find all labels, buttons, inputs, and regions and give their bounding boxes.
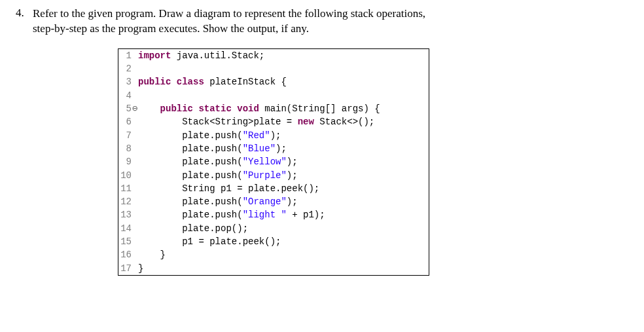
code-content: import java.util.Stack; [138, 49, 429, 62]
code-line: 6 Stack<String>plate = new Stack<>(); [118, 115, 429, 128]
code-line: 4 [118, 89, 429, 102]
code-line: 3public class plateInStack { [118, 75, 429, 88]
code-content: plate.push("light " + p1); [138, 208, 429, 221]
line-number: 9 [118, 155, 138, 168]
code-line: 12 plate.push("Orange"); [118, 195, 429, 208]
code-content: } [138, 248, 429, 261]
code-content: p1 = plate.peek(); [138, 235, 429, 248]
code-content: plate.push("Purple"); [138, 169, 429, 182]
code-line: 5⊖ public static void main(String[] args… [118, 102, 429, 115]
code-line: 9 plate.push("Yellow"); [118, 155, 429, 168]
code-line: 17} [118, 262, 429, 275]
code-listing: 1import java.util.Stack;2 3public class … [118, 48, 429, 276]
line-number: 1 [118, 49, 138, 62]
question-line1: Refer to the given program. Draw a diagr… [33, 7, 425, 20]
code-content: plate.pop(); [138, 222, 429, 235]
line-number: 10 [118, 169, 138, 182]
line-number: 5⊖ [118, 102, 138, 115]
line-number: 11 [118, 182, 138, 195]
code-line: 10 plate.push("Purple"); [118, 169, 429, 182]
line-number: 15 [118, 235, 138, 248]
code-content: Stack<String>plate = new Stack<>(); [138, 115, 429, 128]
code-line: 14 plate.pop(); [118, 222, 429, 235]
line-number: 8 [118, 142, 138, 155]
line-number: 4 [118, 89, 138, 102]
line-number: 3 [118, 75, 138, 88]
code-line: 16 } [118, 248, 429, 261]
line-number: 17 [118, 262, 138, 275]
code-line: 13 plate.push("light " + p1); [118, 208, 429, 221]
code-content: plate.push("Yellow"); [138, 155, 429, 168]
question-line2: step-by-step as the program executes. Sh… [33, 22, 309, 35]
code-content: plate.push("Red"); [138, 129, 429, 142]
line-number: 16 [118, 248, 138, 261]
code-line: 1import java.util.Stack; [118, 49, 429, 62]
question-block: 4. Refer to the given program. Draw a di… [13, 7, 631, 37]
code-line: 8 plate.push("Blue"); [118, 142, 429, 155]
line-number: 13 [118, 208, 138, 221]
line-number: 6 [118, 115, 138, 128]
code-line: 2 [118, 62, 429, 75]
code-line: 15 p1 = plate.peek(); [118, 235, 429, 248]
code-content: public static void main(String[] args) { [138, 102, 429, 115]
code-content: plate.push("Orange"); [138, 195, 429, 208]
line-number: 12 [118, 195, 138, 208]
question-text: Refer to the given program. Draw a diagr… [33, 7, 631, 37]
code-content: plate.push("Blue"); [138, 142, 429, 155]
question-number: 4. [13, 7, 33, 20]
code-content [138, 89, 429, 102]
code-content [138, 62, 429, 75]
code-content: public class plateInStack { [138, 75, 429, 88]
code-content: } [138, 262, 429, 275]
code-content: String p1 = plate.peek(); [138, 182, 429, 195]
line-number: 2 [118, 62, 138, 75]
code-table: 1import java.util.Stack;2 3public class … [118, 49, 429, 275]
code-line: 11 String p1 = plate.peek(); [118, 182, 429, 195]
fold-marker-icon: ⊖ [132, 102, 138, 115]
line-number: 7 [118, 129, 138, 142]
code-line: 7 plate.push("Red"); [118, 129, 429, 142]
line-number: 14 [118, 222, 138, 235]
